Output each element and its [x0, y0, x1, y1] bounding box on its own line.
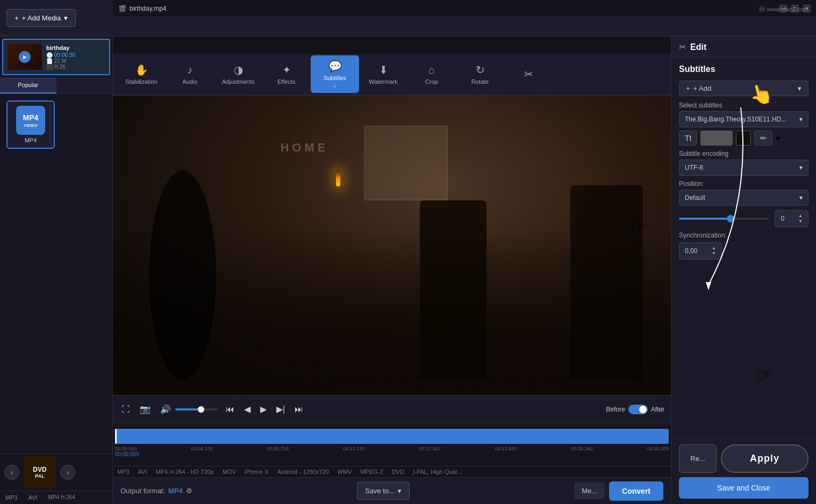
apply-button[interactable]: Apply	[721, 444, 808, 473]
slider-fill	[679, 218, 729, 220]
tool-crop[interactable]: ⌂ Crop	[407, 55, 456, 93]
format-grid: MP4 VIDEO MP4	[0, 94, 112, 453]
strip-wmv[interactable]: WMV	[338, 469, 352, 475]
settings-gear-icon[interactable]: ⚙	[186, 487, 192, 495]
strip-mpeg2[interactable]: MPEG-2	[360, 469, 383, 475]
screenshot-button[interactable]: 📷	[138, 402, 153, 416]
offset-value: 0	[781, 215, 784, 222]
tool-effects[interactable]: ✦ Effects	[262, 55, 311, 93]
marker-5: 00:21.883	[495, 446, 517, 451]
subtitle-file-select[interactable]: The.Big.Bang.Theory.S10E11.HD... ▾	[679, 111, 808, 127]
crop-label: Crop	[425, 78, 438, 85]
strip-android[interactable]: Android - 1280x720	[277, 469, 328, 475]
add-subtitle-label: + Add	[693, 84, 712, 92]
apply-label: Apply	[750, 453, 779, 464]
reset-label: Re...	[690, 455, 705, 463]
tool-watermark[interactable]: ⬇ Watermark	[359, 55, 407, 93]
font-edit-button[interactable]: ✏	[754, 131, 772, 146]
format-mp4[interactable]: MP4 VIDEO MP4	[6, 100, 55, 149]
format-mp4hd[interactable]: MP4 H.264	[48, 494, 75, 501]
text-color-swatch[interactable]	[736, 131, 751, 146]
thumbnail-play-button[interactable]: ▶	[19, 51, 31, 63]
sync-input[interactable]: 0,00 ▲ ▼	[679, 242, 722, 260]
save-close-button[interactable]: Save and Close	[679, 477, 808, 499]
save-to-button[interactable]: Save to... ▾	[357, 482, 410, 500]
crop-icon: ⌂	[428, 64, 435, 76]
strip-mov[interactable]: MOV	[223, 469, 236, 475]
before-label: Before	[606, 406, 625, 413]
right-arrow-icon: ›	[67, 468, 69, 477]
tab-popular[interactable]: Popular	[0, 77, 56, 93]
offset-slider[interactable]	[679, 213, 769, 224]
tool-audio[interactable]: ♪ Audio	[166, 55, 214, 93]
volume-icon[interactable]: 🔊	[158, 402, 173, 416]
format-nav-next[interactable]: ›	[60, 465, 75, 480]
sync-label: Synchronization:	[679, 232, 808, 239]
save-to-label: Save to...	[365, 487, 395, 495]
format-nav-prev[interactable]: ‹	[4, 465, 19, 480]
watermark-tool-icon: ⬇	[379, 63, 388, 76]
marker-3: 00:13.130	[343, 446, 364, 451]
dvd-format-item[interactable]: DVD PAL	[24, 456, 56, 488]
strip-pal[interactable]: )-PAL, High Qual...	[413, 469, 462, 475]
minimize-button[interactable]: —	[779, 5, 787, 12]
sync-stepper-up[interactable]: ▲	[712, 246, 716, 250]
before-after-switch[interactable]	[628, 405, 648, 414]
add-media-button[interactable]: + + Add Media ▾	[6, 9, 76, 27]
fullscreen-button[interactable]: ⛶	[119, 402, 132, 416]
me-button[interactable]: Me...	[574, 483, 605, 499]
encoding-select[interactable]: UTF-8 ▾	[679, 160, 808, 176]
position-select[interactable]: Default ▾	[679, 190, 808, 206]
edit-title: Edit	[690, 42, 706, 52]
skip-start-button[interactable]: ⏮	[224, 402, 237, 416]
audio-label: Audio	[182, 78, 197, 85]
marker-7: 00:30.359	[647, 446, 669, 451]
add-icon: +	[15, 14, 19, 22]
tab-other[interactable]	[56, 77, 113, 93]
offset-value-input[interactable]: 0 ▲ ▼	[775, 210, 808, 227]
font-tt-button[interactable]: Tt	[679, 131, 697, 146]
prev-button[interactable]: ◀	[242, 402, 253, 416]
tool-cut[interactable]: ✂	[504, 55, 553, 93]
output-format-value: MP4	[168, 487, 183, 495]
timeline-progress-bar[interactable]	[115, 429, 669, 444]
effects-icon: ✦	[282, 63, 291, 76]
maximize-button[interactable]: □	[791, 5, 799, 12]
strip-avi[interactable]: AVI	[138, 469, 147, 475]
add-media-dropdown-arrow: ▾	[64, 14, 68, 22]
stepper-up[interactable]: ▲	[798, 214, 803, 218]
sparkler-effect	[336, 170, 340, 186]
convert-button[interactable]: Convert	[609, 481, 663, 501]
close-button[interactable]: ✕	[803, 5, 811, 12]
marker-6: 00:26.260	[571, 446, 593, 451]
tool-subtitles[interactable]: 💬 Subtitles ✓	[311, 55, 359, 93]
file-item[interactable]: ▶ birthday 🕐 00:00:30 📄 21 M ⬛ H.26	[2, 39, 110, 75]
tool-adjustments[interactable]: ◑ Adjustments	[214, 55, 262, 93]
next-button[interactable]: ▶|	[274, 402, 287, 416]
format-avi[interactable]: AVI	[28, 494, 38, 501]
tool-rotate[interactable]: ↻ Rotate	[456, 55, 504, 93]
encoding-label: Subtitle encoding	[679, 150, 808, 157]
sync-stepper-down[interactable]: ▼	[712, 251, 716, 256]
format-mp3[interactable]: MP3	[5, 494, 18, 501]
encoding-value: UTF-8	[685, 164, 703, 171]
volume-slider[interactable]	[175, 408, 218, 411]
font-color-swatch[interactable]	[700, 131, 733, 146]
strip-iphone[interactable]: iPhone X	[245, 469, 269, 475]
action-row: Re... Apply	[679, 444, 808, 473]
me-label: Me...	[582, 487, 597, 495]
strip-mp4hd[interactable]: MP4 H.264 - HD 720p	[156, 469, 214, 475]
strip-mp3[interactable]: MP3	[117, 469, 130, 475]
play-button[interactable]: ▶	[258, 402, 269, 416]
title-bar-controls: — □ ✕	[779, 5, 811, 12]
font-dropdown-arrow: ▾	[776, 133, 780, 143]
add-subtitle-button[interactable]: + + Add ▾	[679, 81, 808, 96]
marker-4: 00:17.507	[419, 446, 441, 451]
skip-end-button[interactable]: ⏭	[292, 402, 305, 416]
strip-dvd[interactable]: DVD	[392, 469, 404, 475]
stepper-down[interactable]: ▼	[798, 219, 803, 224]
timeline[interactable]: 00:00.000 00:04.376 00:08.753 00:13.130 …	[113, 423, 671, 466]
reset-button[interactable]: Re...	[679, 444, 717, 473]
tool-stabilization[interactable]: ✋ Stabilization	[117, 55, 166, 93]
audio-icon: ♪	[187, 64, 192, 76]
